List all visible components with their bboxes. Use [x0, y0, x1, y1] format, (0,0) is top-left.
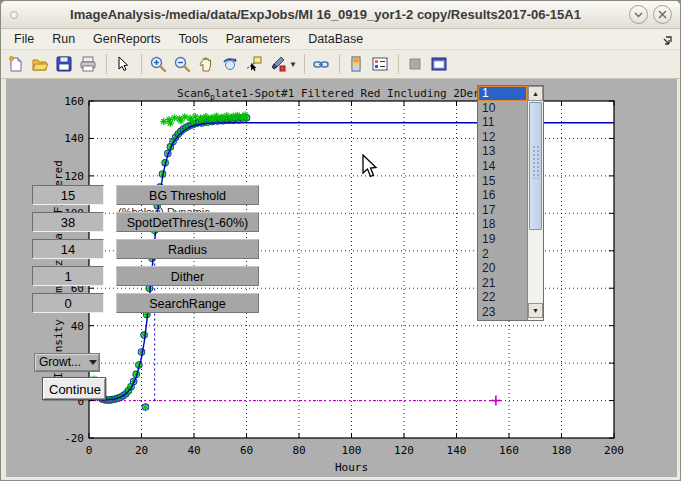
dock-figure-button[interactable] [428, 52, 452, 76]
svg-text:100: 100 [342, 444, 362, 457]
dither-input[interactable] [32, 266, 104, 286]
spotdetthres-button[interactable]: SpotDetThres(1-60%) [116, 212, 259, 232]
menubar: File Run GenReports Tools Parameters Dat… [1, 29, 680, 50]
new-file-icon [7, 55, 25, 73]
brush-icon [269, 55, 287, 73]
svg-text:180: 180 [552, 444, 572, 457]
continue-button[interactable]: Continue [42, 377, 106, 400]
colorbar-icon [347, 55, 365, 73]
window-title: ImageAnalysis-/media/data/ExpJobs/MI 16_… [41, 1, 610, 29]
list-item[interactable]: 10 [478, 101, 527, 116]
growth-mode-label: Growt... [39, 355, 81, 369]
brush-data-button[interactable] [267, 52, 291, 76]
svg-text:Hours: Hours [335, 461, 368, 474]
insert-legend-button[interactable] [369, 52, 393, 76]
menu-genreports[interactable]: GenReports [84, 30, 169, 48]
toolbar-separator [398, 54, 399, 74]
dropdown-items: 1 10 11 12 13 14 15 16 17 18 19 2 20 21 … [478, 86, 527, 320]
growth-curve-plot[interactable]: 020406080100120140160180200-200204060801… [6, 79, 677, 477]
hide-plot-tools-button[interactable] [404, 52, 428, 76]
chevron-down-icon [634, 10, 643, 19]
zoom-in-button[interactable] [147, 52, 171, 76]
svg-text:140: 140 [64, 132, 84, 145]
close-icon [658, 10, 667, 19]
new-file-button[interactable] [5, 52, 29, 76]
list-item[interactable]: 2 [478, 247, 527, 262]
dropdown-scrollbar[interactable]: ▲ ▼ [527, 86, 543, 320]
spotdetthres-input[interactable] [32, 212, 104, 232]
radius-button[interactable]: Radius [116, 239, 259, 259]
list-item[interactable]: 17 [478, 203, 527, 218]
minimize-button[interactable] [629, 5, 648, 24]
printer-icon [79, 55, 97, 73]
list-item[interactable]: 22 [478, 290, 527, 305]
list-item[interactable]: 1 [478, 86, 527, 101]
svg-text:120: 120 [394, 444, 414, 457]
dock-figure-icon [430, 55, 448, 73]
pointer-tool-button[interactable] [112, 52, 136, 76]
list-item[interactable]: 16 [478, 188, 527, 203]
toolbar-separator [141, 54, 142, 74]
brush-dropdown-arrow-icon[interactable]: ▼ [289, 60, 297, 69]
scroll-up-icon[interactable]: ▲ [528, 86, 543, 101]
list-item[interactable]: 12 [478, 130, 527, 145]
toolbar-separator [339, 54, 340, 74]
save-figure-button[interactable] [53, 52, 77, 76]
svg-text:160: 160 [499, 444, 519, 457]
print-figure-button[interactable] [77, 52, 101, 76]
open-folder-icon [31, 55, 49, 73]
menu-undock-arrow[interactable] [662, 33, 674, 45]
toolbar-separator [106, 54, 107, 74]
radius-input[interactable] [32, 239, 104, 259]
svg-text:0: 0 [86, 444, 93, 457]
app-window: ImageAnalysis-/media/data/ExpJobs/MI 16_… [0, 0, 681, 481]
hand-icon [197, 55, 215, 73]
list-item[interactable]: 11 [478, 115, 527, 130]
menu-tools[interactable]: Tools [170, 30, 217, 48]
searchrange-input[interactable] [32, 293, 104, 313]
menu-database[interactable]: DataBase [299, 30, 372, 48]
svg-text:40: 40 [71, 320, 84, 333]
open-file-button[interactable] [29, 52, 53, 76]
scroll-down-icon[interactable]: ▼ [528, 303, 543, 318]
svg-text:160: 160 [64, 95, 84, 108]
list-item[interactable]: 15 [478, 174, 527, 189]
data-cursor-button[interactable] [243, 52, 267, 76]
zoom-in-icon [149, 55, 167, 73]
list-item[interactable]: 23 [478, 305, 527, 320]
dither-button[interactable]: Dither [116, 266, 259, 286]
toolbar: ▼ [1, 50, 680, 79]
link-plots-button[interactable] [310, 52, 334, 76]
list-item[interactable]: 18 [478, 217, 527, 232]
svg-text:200: 200 [604, 444, 624, 457]
menu-run[interactable]: Run [43, 30, 84, 48]
close-button[interactable] [653, 5, 672, 24]
bg-threshold-input[interactable] [32, 185, 104, 205]
figure-canvas: 020406080100120140160180200-200204060801… [6, 79, 677, 477]
growth-mode-dropdown[interactable]: Growt... [34, 353, 100, 372]
svg-text:40: 40 [187, 444, 200, 457]
svg-text:20: 20 [135, 444, 148, 457]
searchrange-button[interactable]: SearchRange [116, 293, 259, 313]
number-dropdown-list: 1 10 11 12 13 14 15 16 17 18 19 2 20 21 … [477, 85, 544, 321]
zoom-out-button[interactable] [171, 52, 195, 76]
rotate-icon [221, 55, 239, 73]
datatip-icon [245, 55, 263, 73]
menu-file[interactable]: File [5, 30, 43, 48]
list-item[interactable]: 19 [478, 232, 527, 247]
insert-colorbar-button[interactable] [345, 52, 369, 76]
save-icon [55, 55, 73, 73]
pan-tool-button[interactable] [195, 52, 219, 76]
link-icon [312, 55, 330, 73]
list-item[interactable]: 13 [478, 144, 527, 159]
list-item[interactable]: 21 [478, 276, 527, 291]
window-icon [10, 11, 18, 19]
scrollbar-thumb[interactable] [529, 102, 542, 230]
list-item[interactable]: 20 [478, 261, 527, 276]
mouse-cursor-icon [361, 154, 379, 180]
bg-threshold-button[interactable]: BG Threshold [116, 185, 259, 205]
rotate-3d-button[interactable] [219, 52, 243, 76]
legend-icon [371, 55, 389, 73]
list-item[interactable]: 14 [478, 159, 527, 174]
menu-parameters[interactable]: Parameters [217, 30, 300, 48]
